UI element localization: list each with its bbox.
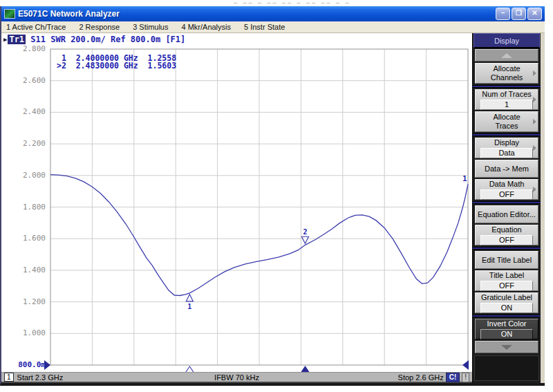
softkey-label: Data Math [489,180,525,189]
menu-bar: 1 Active Ch/Trace2 Response3 Stimulus4 M… [1,21,545,33]
softkey-label: Display [494,138,519,147]
screen: – –– – –– –– – –– –– – – E5071C Network … [0,0,553,392]
softkey-label: Graticule Label [481,293,532,302]
softkey-edit-title-label[interactable]: Edit Title Label [475,251,538,269]
menu-item-4[interactable]: 4 Mkr/Analysis [181,23,231,31]
softkey-panel-filler [474,355,539,381]
display-format-value: Data [480,148,533,158]
marker-1-triangle-icon[interactable] [186,295,193,301]
scroll-down-button[interactable] [475,341,538,353]
swr-plot: 112 [1,33,472,373]
softkey-group-separator [473,315,541,317]
softkey-equation[interactable]: EquationOFF [475,225,538,245]
scroll-down-icon [501,345,512,350]
marker-1-label: 1 [187,303,191,310]
softkey-group-separator [473,201,541,204]
softkey-group-separator [473,133,541,136]
cropped-caption-text: – –– – –– –– – –– –– – – [234,1,386,6]
softkey-label: Edit Title Label [482,256,532,265]
window-title: E5071C Network Analyzer [18,9,494,19]
softkey-label: Equation Editor... [478,210,536,219]
title-label-value: OFF [480,281,533,291]
y-tick-label: 2.000 [1,171,46,180]
num-of-traces-value: 1 [480,100,533,110]
softkey-title-label[interactable]: Title LabelOFF [475,270,538,291]
calibration-badge: C! [446,373,460,382]
app-window: E5071C Network Analyzer – ❐ ✕ 1 Active C… [0,6,545,386]
marker-2-label: 2 [303,228,307,236]
graticule-label-value: ON [480,303,533,313]
softkey-label: Allocate [493,113,520,122]
restore-button[interactable]: ❐ [512,8,526,20]
menu-item-1[interactable]: 1 Active Ch/Trace [6,23,66,31]
ref-level-label: 800.0m [1,361,46,369]
submenu-arrow-icon [533,145,536,151]
softkey-group-separator [473,247,541,250]
submenu-arrow-icon [533,187,536,192]
softkey-group-separator [473,85,541,88]
y-tick-label: 2.200 [1,140,46,148]
softkey-equation-editor[interactable]: Equation Editor... [475,205,538,223]
stop-frequency-label: Stop 2.6 GHz [398,373,444,382]
softkey-label: Traces [495,122,518,131]
softkey-label: Equation [491,225,521,234]
y-tick-label: 1.400 [1,266,46,274]
softkey-display-format[interactable]: DisplayData [475,138,538,158]
softkey-allocate-traces[interactable]: AllocateTraces [475,111,538,132]
y-tick-label: 1.200 [1,298,46,306]
softkey-data-to-mem[interactable]: Data -> Mem [475,160,538,178]
data-math-value: OFF [480,189,533,200]
softkey-label: Allocate [493,64,520,73]
status-bar: 1 Start 2.3 GHz IFBW 70 kHz Stop 2.6 GHz… [1,372,472,383]
softkey-label: Invert Color [487,319,527,328]
softkey-label: Channels [491,73,523,82]
softkey-graticule-label[interactable]: Graticule LabelON [475,292,538,313]
softkey-panel: Display AllocateChannelsNum of Traces1Al… [472,33,545,383]
y-tick-label: 1.000 [1,329,46,337]
softkey-label: Title Label [489,271,524,280]
submenu-arrow-icon [533,119,536,124]
channel-window: ▶ Tr1 S11 SWR 200.0m/ Ref 800.0m [F1] 11… [1,33,472,383]
menu-item-3[interactable]: 3 Stimulus [133,23,168,31]
invert-color-value: ON [480,329,533,339]
y-tick-label: 2.600 [1,77,46,85]
ref-level-right-arrow-icon [462,360,469,370]
warning-badge: ! [462,373,469,382]
app-icon [4,9,15,19]
submenu-arrow-icon [533,71,536,76]
minimize-button[interactable]: – [496,8,510,20]
marker-readout: 1 2.4000000 GHz 1.2558 >2 2.4830000 GHz … [57,55,176,70]
y-tick-label: 1.600 [1,234,46,243]
scroll-up-button[interactable] [475,49,538,62]
content-area: ▶ Tr1 S11 SWR 200.0m/ Ref 800.0m [F1] 11… [1,33,545,383]
softkey-label: Data -> Mem [485,165,529,174]
trace-end-label: 1 [462,174,467,183]
softkey-data-math[interactable]: Data MathOFF [475,179,538,200]
marker-2-triangle-icon[interactable] [301,236,308,243]
softkey-invert-color[interactable]: Invert ColorON [475,319,538,339]
menu-item-2[interactable]: 2 Response [79,23,120,31]
close-button[interactable]: ✕ [527,8,542,20]
softkey-num-of-traces[interactable]: Num of Traces1 [475,89,538,110]
y-tick-label: 1.800 [1,203,46,212]
equation-value: OFF [480,235,533,245]
menu-item-5[interactable]: 5 Instr State [244,23,285,31]
y-tick-label: 2.400 [1,108,46,116]
y-tick-label: 2.800 [1,45,46,53]
submenu-arrow-icon [533,97,536,102]
softkey-label: Num of Traces [482,90,532,99]
scroll-up-icon [501,53,512,58]
softkey-allocate-channels[interactable]: AllocateChannels [475,63,538,84]
softkey-menu-title: Display [474,33,540,48]
title-bar: E5071C Network Analyzer – ❐ ✕ [1,6,545,21]
